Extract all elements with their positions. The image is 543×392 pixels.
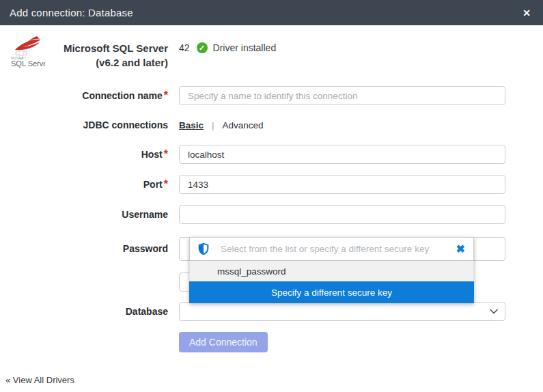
tab-advanced[interactable]: Advanced [223,120,264,130]
required-asterisk: * [164,148,168,160]
logo-sqlserver-text: SQL Server [11,59,45,68]
secure-key-option-mssql-password[interactable]: mssql_password [189,261,474,281]
jdbc-connections-label: JDBC connections [83,120,168,130]
required-asterisk: * [164,178,168,190]
sql-server-logo-icon: Microsoft SQL Server [5,34,45,72]
tab-basic[interactable]: Basic [179,120,204,130]
username-input[interactable] [179,205,505,224]
connection-name-row: Connection name* [0,86,543,105]
driver-header-row: Microsoft SQL Server Microsoft SQL Serve… [0,34,543,72]
dialog-content: Microsoft SQL Server Microsoft SQL Serve… [0,25,543,352]
dialog-titlebar: Add connection: Database ✕ [0,0,543,25]
secure-key-dropdown: Select from the list or specify a differ… [189,237,474,303]
database-label: Database [126,306,168,317]
secure-key-search-row[interactable]: Select from the list or specify a differ… [189,237,474,261]
shield-icon [198,242,209,255]
database-select[interactable] [179,302,505,321]
connection-name-label: Connection name [82,90,162,101]
dropdown-close-icon[interactable]: ✖ [456,244,465,255]
required-asterisk: * [164,89,168,101]
port-row: Port* [0,175,543,194]
database-row: Database [0,302,543,321]
submit-row: Add Connection [0,332,543,352]
username-label: Username [122,209,168,220]
driver-count: 42 [179,42,190,53]
port-input[interactable] [179,175,505,194]
password-label: Password [123,243,168,254]
add-connection-dialog: Add connection: Database ✕ Microsoft SQL… [0,0,543,392]
add-connection-button[interactable]: Add Connection [179,332,268,352]
jdbc-connections-row: JDBC connections Basic | Advanced [0,116,543,134]
username-row: Username [0,205,543,224]
driver-installed-status: Driver installed [213,42,277,53]
page-title: Add connection: Database [10,7,133,18]
port-label: Port [143,179,163,190]
chevron-down-icon [490,309,498,314]
view-all-drivers-link[interactable]: « View All Drivers [5,375,74,385]
connection-name-input[interactable] [179,86,505,105]
host-row: Host* [0,145,543,164]
host-label: Host [141,149,163,160]
specify-different-key-button[interactable]: Specify a different secure key [189,281,474,303]
host-input[interactable] [179,145,505,164]
close-icon[interactable]: ✕ [520,6,533,20]
password-row: Password Select from the list or specify… [0,237,543,261]
check-circle-icon: ✓ [197,42,208,53]
secure-key-placeholder: Select from the list or specify a differ… [221,244,456,254]
tab-separator: | [212,120,214,130]
